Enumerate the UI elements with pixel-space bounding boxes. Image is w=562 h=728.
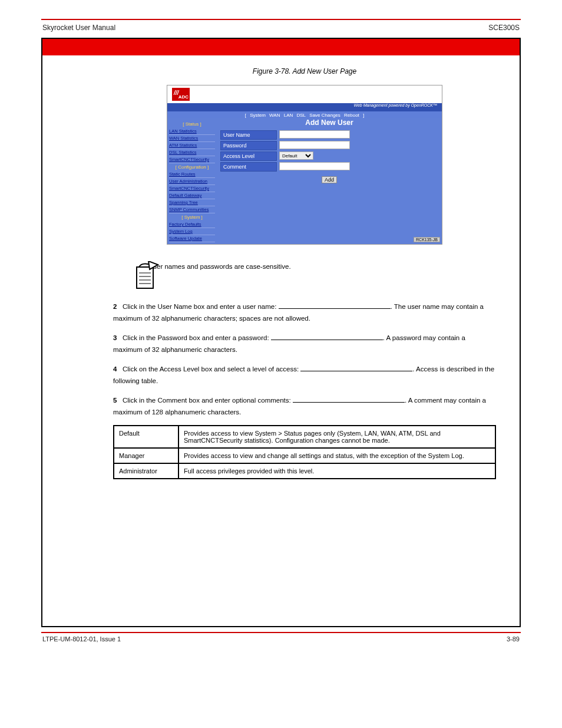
doc-model: SCE300S bbox=[488, 24, 520, 32]
tab-save-changes[interactable]: Save Changes bbox=[309, 113, 340, 118]
step-3: 3 Click in the Password box and enter a … bbox=[113, 332, 496, 355]
sidebar-item-system-log[interactable]: System Log bbox=[169, 228, 215, 235]
sidebar-item-dsl-stats[interactable]: DSL Statistics bbox=[169, 149, 215, 156]
fill-in-comment bbox=[293, 396, 405, 403]
tab-system[interactable]: System bbox=[250, 113, 266, 118]
footer-page-number: 3-89 bbox=[507, 635, 520, 643]
tab-lan[interactable]: LAN bbox=[284, 113, 293, 118]
cell-level-admin: Administrator bbox=[114, 463, 178, 479]
sidebar-heading-status: [ Status ] bbox=[169, 121, 215, 127]
sidebar-item-lan-stats[interactable]: LAN Statistics bbox=[169, 128, 215, 135]
table-row: Administrator Full access privileges pro… bbox=[114, 463, 495, 479]
cell-level-default: Default bbox=[114, 426, 178, 448]
cell-desc-manager: Provides access to view and change all s… bbox=[178, 448, 495, 463]
input-comment[interactable] bbox=[279, 162, 350, 170]
sidebar-item-default-gateway[interactable]: Default Gateway bbox=[169, 192, 215, 199]
sidebar-heading-config: [ Configuration ] bbox=[169, 164, 215, 170]
sidebar-item-smartsec-2[interactable]: SmartCNCTSecurity bbox=[169, 185, 215, 192]
label-username: User Name bbox=[220, 130, 277, 140]
screenshot-add-new-user: /// ADC Web Management powered by OpenRO… bbox=[167, 85, 442, 245]
section-banner bbox=[41, 38, 521, 55]
cell-desc-default: Provides access to view System > Status … bbox=[178, 426, 495, 448]
fill-in-password bbox=[271, 333, 383, 340]
figure-caption: Figure 3-78. Add New User Page bbox=[113, 67, 496, 75]
sidebar-item-atm-stats[interactable]: ATM Statistics bbox=[169, 142, 215, 149]
sidebar-item-static-routes[interactable]: Static Routes bbox=[169, 171, 215, 178]
topbar-text: Web Management powered by OpenROCK™ bbox=[167, 103, 442, 111]
input-password[interactable] bbox=[279, 141, 350, 149]
add-user-button[interactable]: Add bbox=[322, 176, 337, 183]
sidebar: [ Status ] LAN Statistics WAN Statistics… bbox=[167, 118, 217, 244]
svg-rect-0 bbox=[137, 267, 153, 288]
sidebar-item-spanning-tree[interactable]: Spanning Tree bbox=[169, 199, 215, 206]
sidebar-item-smartsec-1[interactable]: SmartCNCTSecurity bbox=[169, 156, 215, 163]
sidebar-item-snmp[interactable]: SNMP Communities bbox=[169, 206, 215, 213]
doc-title: Skyrocket User Manual bbox=[42, 24, 115, 32]
tab-dsl[interactable]: DSL bbox=[297, 113, 306, 118]
label-comment: Comment bbox=[220, 162, 277, 172]
label-password: Password bbox=[220, 141, 277, 150]
step-5: 5 Click in the Comment box and enter opt… bbox=[113, 395, 496, 418]
table-row: Manager Provides access to view and chan… bbox=[114, 448, 495, 463]
fill-in-access-level bbox=[300, 364, 412, 371]
step-2: 2 Click in the User Name box and enter a… bbox=[113, 301, 496, 324]
fill-in-username bbox=[279, 302, 391, 309]
step-4: 4 Click on the Access Level box and sele… bbox=[113, 364, 496, 387]
top-tabs[interactable]: [ System WAN LAN DSL Save Changes Reboot… bbox=[167, 111, 442, 118]
tab-wan[interactable]: WAN bbox=[269, 113, 280, 118]
input-username[interactable] bbox=[279, 130, 350, 139]
table-row: Default Provides access to view System >… bbox=[114, 426, 495, 448]
sidebar-item-wan-stats[interactable]: WAN Statistics bbox=[169, 135, 215, 142]
label-access-level: Access Level bbox=[220, 151, 277, 161]
sidebar-heading-system: [ System ] bbox=[169, 215, 215, 220]
note-icon bbox=[135, 261, 159, 289]
cell-level-manager: Manager bbox=[114, 448, 178, 463]
adc-logo: /// ADC bbox=[172, 88, 190, 101]
image-tag: RCK135-JB bbox=[414, 237, 440, 242]
note-text: User names and passwords are case-sensit… bbox=[148, 261, 496, 273]
sidebar-item-user-admin[interactable]: User Administration bbox=[169, 178, 215, 185]
form-title: Add New User bbox=[220, 118, 438, 127]
access-level-table: Default Provides access to view System >… bbox=[113, 425, 496, 479]
cell-desc-admin: Full access privileges provided with thi… bbox=[178, 463, 495, 479]
footer-left: LTPE-UM-8012-01, Issue 1 bbox=[42, 635, 121, 643]
select-access-level[interactable]: Default bbox=[279, 151, 313, 160]
tab-reboot[interactable]: Reboot bbox=[344, 113, 359, 118]
sidebar-item-factory-defaults[interactable]: Factory Defaults bbox=[169, 221, 215, 228]
sidebar-item-software-update[interactable]: Software Update bbox=[169, 235, 215, 242]
